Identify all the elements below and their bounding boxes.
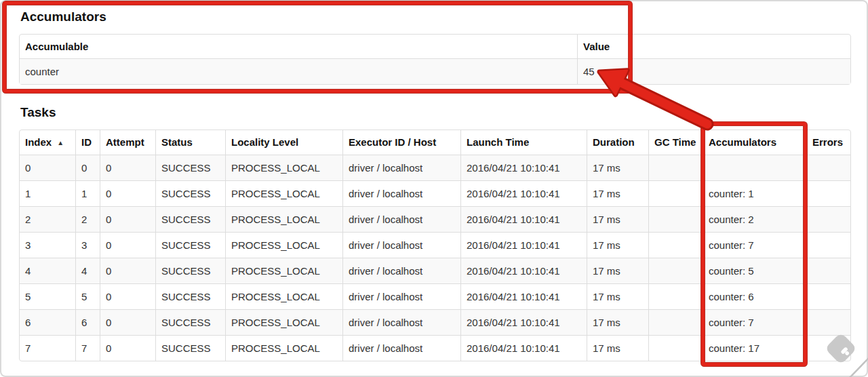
cell-duration: 17 ms: [587, 258, 648, 283]
cell-attempt: 0: [100, 335, 155, 361]
cell-executor-id-host: driver / localhost: [342, 258, 460, 283]
cell-id: 2: [75, 206, 100, 232]
column-header-launch-time[interactable]: Launch Time: [460, 130, 587, 155]
column-header-accumulable[interactable]: Accumulable: [20, 35, 577, 58]
cell-status: SUCCESS: [155, 180, 225, 206]
table-row: counter 45: [20, 58, 850, 84]
cell-duration: 17 ms: [587, 283, 648, 309]
cell-locality-level: PROCESS_LOCAL: [225, 232, 342, 258]
cell-accumulators: counter: 5: [703, 258, 806, 283]
cell-status: SUCCESS: [155, 232, 225, 258]
cell-duration: 17 ms: [587, 232, 648, 258]
accumulators-header-row: Accumulable Value: [20, 35, 850, 58]
cell-gc-time: [648, 155, 703, 180]
cell-accumulators: [703, 155, 806, 180]
column-header-duration[interactable]: Duration: [587, 130, 648, 155]
cell-id: 6: [75, 309, 100, 335]
table-row: 550SUCCESSPROCESS_LOCALdriver / localhos…: [20, 283, 850, 309]
column-label: Status: [161, 136, 193, 148]
cell-gc-time: [648, 180, 703, 206]
cell-index: 7: [20, 335, 75, 361]
cell-duration: 17 ms: [587, 309, 648, 335]
cell-value: 45: [577, 58, 850, 84]
sort-asc-icon: ▲: [57, 139, 64, 146]
column-header-gc-time[interactable]: GC Time: [648, 130, 703, 155]
table-row: 770SUCCESSPROCESS_LOCALdriver / localhos…: [20, 335, 850, 361]
cell-id: 3: [75, 232, 100, 258]
cell-index: 2: [20, 206, 75, 232]
column-header-executor-id-host[interactable]: Executor ID / Host: [342, 130, 460, 155]
cell-index: 0: [20, 155, 75, 180]
column-label: Accumulators: [709, 136, 776, 148]
cell-id: 4: [75, 258, 100, 283]
cell-locality-level: PROCESS_LOCAL: [225, 335, 342, 361]
table-row: 110SUCCESSPROCESS_LOCALdriver / localhos…: [20, 180, 850, 206]
cell-launch-time: 2016/04/21 10:10:41: [460, 309, 587, 335]
column-header-locality-level[interactable]: Locality Level: [225, 130, 342, 155]
column-label: Executor ID / Host: [349, 136, 436, 148]
cell-gc-time: [648, 258, 703, 283]
column-label: Locality Level: [231, 136, 298, 148]
cell-status: SUCCESS: [155, 283, 225, 309]
feedly-watermark-icon: [821, 328, 861, 369]
cell-gc-time: [648, 309, 703, 335]
cell-attempt: 0: [100, 283, 155, 309]
cell-launch-time: 2016/04/21 10:10:41: [460, 180, 587, 206]
cell-launch-time: 2016/04/21 10:10:41: [460, 206, 587, 232]
cell-errors: [806, 206, 850, 232]
cell-accumulators: counter: 6: [703, 283, 806, 309]
table-row: 440SUCCESSPROCESS_LOCALdriver / localhos…: [20, 258, 850, 283]
cell-errors: [806, 180, 850, 206]
tasks-heading: Tasks: [20, 104, 849, 121]
table-row: 660SUCCESSPROCESS_LOCALdriver / localhos…: [20, 309, 850, 335]
cell-accumulable: counter: [20, 58, 577, 84]
cell-errors: [806, 155, 850, 180]
column-header-value[interactable]: Value: [577, 35, 850, 58]
cell-gc-time: [648, 232, 703, 258]
cell-locality-level: PROCESS_LOCAL: [225, 206, 342, 232]
cell-accumulators: counter: 1: [703, 180, 806, 206]
column-header-status[interactable]: Status: [155, 130, 225, 155]
cell-executor-id-host: driver / localhost: [342, 180, 460, 206]
column-header-accumulators[interactable]: Accumulators: [703, 130, 806, 155]
cell-id: 0: [75, 155, 100, 180]
cell-locality-level: PROCESS_LOCAL: [225, 309, 342, 335]
tasks-table: Index▲IDAttemptStatusLocality LevelExecu…: [19, 130, 851, 361]
cell-attempt: 0: [100, 309, 155, 335]
cell-accumulators: counter: 7: [703, 309, 806, 335]
column-label: ID: [81, 136, 92, 148]
cell-accumulators: counter: 7: [703, 232, 806, 258]
accumulators-heading: Accumulators: [20, 8, 849, 26]
cell-id: 1: [75, 180, 100, 206]
column-header-errors[interactable]: Errors: [806, 130, 850, 155]
cell-executor-id-host: driver / localhost: [342, 232, 460, 258]
cell-locality-level: PROCESS_LOCAL: [225, 283, 342, 309]
column-header-attempt[interactable]: Attempt: [100, 130, 155, 155]
spark-stage-page: Accumulators Accumulable Value counter 4…: [0, 0, 868, 377]
accumulators-table: Accumulable Value counter 45: [19, 34, 851, 85]
cell-index: 4: [20, 258, 75, 283]
cell-launch-time: 2016/04/21 10:10:41: [460, 335, 587, 361]
column-header-id[interactable]: ID: [75, 130, 100, 155]
column-header-index[interactable]: Index▲: [20, 130, 75, 155]
cell-attempt: 0: [100, 232, 155, 258]
cell-index: 6: [20, 309, 75, 335]
cell-gc-time: [648, 335, 703, 361]
column-label: Errors: [812, 136, 843, 148]
cell-id: 7: [75, 335, 100, 361]
column-label: Index: [25, 136, 52, 148]
cell-attempt: 0: [100, 206, 155, 232]
cell-launch-time: 2016/04/21 10:10:41: [460, 232, 587, 258]
cell-executor-id-host: driver / localhost: [342, 206, 460, 232]
column-label: Duration: [593, 136, 635, 148]
cell-accumulators: counter: 17: [703, 335, 806, 361]
cell-status: SUCCESS: [155, 155, 225, 180]
cell-duration: 17 ms: [587, 180, 648, 206]
table-row: 000SUCCESSPROCESS_LOCALdriver / localhos…: [20, 155, 850, 180]
cell-errors: [806, 283, 850, 309]
cell-index: 3: [20, 232, 75, 258]
cell-launch-time: 2016/04/21 10:10:41: [460, 283, 587, 309]
cell-attempt: 0: [100, 155, 155, 180]
cell-attempt: 0: [100, 258, 155, 283]
cell-gc-time: [648, 206, 703, 232]
